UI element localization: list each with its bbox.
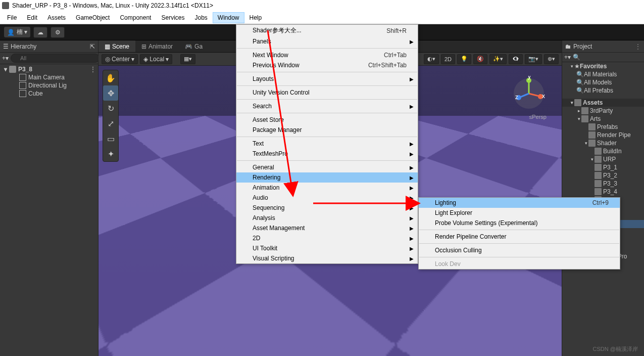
menu-item-label: Package Manager [253, 126, 302, 134]
submenu-item[interactable]: Probe Volume Settings (Experimental) [419, 218, 620, 228]
hierarchy-item[interactable]: Main Camera [0, 73, 98, 81]
cloud-button[interactable]: ☁ [33, 27, 47, 38]
folder-icon [595, 148, 602, 155]
tab-ga[interactable]: 🎮Ga [179, 40, 209, 52]
menu-item[interactable]: General▶ [236, 162, 418, 172]
menu-item[interactable]: Previous WindowCtrl+Shift+Tab [236, 60, 418, 70]
project-menu-icon[interactable]: ⋮ [635, 43, 641, 50]
audio-button[interactable]: 🔇 [473, 54, 487, 64]
menu-assets[interactable]: Assets [42, 12, 71, 23]
settings-button[interactable]: ⚙ [51, 27, 65, 38]
menu-item[interactable]: Layouts▶ [236, 74, 418, 84]
menu-component[interactable]: Component [115, 12, 156, 23]
gizmo-button[interactable]: ⊕▾ [544, 54, 559, 64]
favorites-header[interactable]: ▾★ Favorites [562, 62, 644, 70]
project-item[interactable]: BuildIn [562, 147, 644, 155]
project-item[interactable]: Prefabs [562, 123, 644, 131]
tab-animator[interactable]: ⊞Animator [135, 40, 179, 52]
menu-jobs[interactable]: Jobs [189, 12, 212, 23]
menu-item[interactable]: Search▶ [236, 101, 418, 111]
menu-services[interactable]: Services [156, 12, 189, 23]
account-button[interactable]: 👤 楠 ▾ [4, 27, 30, 37]
menu-item[interactable]: Asset Store [236, 115, 418, 125]
rotate-tool[interactable]: ↻ [103, 101, 118, 116]
submenu-item[interactable]: Render Pipeline Converter [419, 232, 620, 242]
add-button[interactable]: +▾ [564, 54, 571, 61]
menu-item[interactable]: Next WindowCtrl+Tab [236, 50, 418, 60]
space-mode-button[interactable]: ◈Local ▾ [140, 54, 172, 64]
menu-item-label: Animation [253, 184, 279, 191]
project-item[interactable]: P3_4 [562, 188, 644, 196]
menu-item[interactable]: Text▶ [236, 139, 418, 149]
project-tab[interactable]: 🖿 Project ⋮ [562, 40, 644, 53]
menu-item[interactable]: Asset Management▶ [236, 223, 418, 233]
menu-item[interactable]: TextMeshPro▶ [236, 149, 418, 159]
submenu-item[interactable]: Occlusion Culling [419, 245, 620, 255]
titlebar: Shader_URP - P3_8 - Windows, Mac, Linux … [0, 0, 644, 11]
assets-header[interactable]: ▾ Assets [562, 99, 644, 107]
menu-item[interactable]: Sequencing▶ [236, 203, 418, 213]
menu-item-label: Visual Scripting [253, 255, 294, 262]
favorite-item[interactable]: 🔍 All Models [562, 78, 644, 86]
move-tool[interactable]: ✥ [103, 85, 118, 101]
favorite-item[interactable]: 🔍 All Prefabs [562, 86, 644, 95]
draw-mode-button[interactable]: ◐▾ [424, 54, 439, 64]
menu-item[interactable]: UI Toolkit▶ [236, 243, 418, 253]
project-item[interactable]: P3_3 [562, 180, 644, 188]
add-button[interactable]: +▾ [2, 55, 9, 62]
menu-edit[interactable]: Edit [22, 12, 42, 23]
detach-icon[interactable]: ⇱ [90, 43, 95, 50]
submenu-item[interactable]: LightingCtrl+9 [419, 198, 620, 208]
menu-item-label: Rendering [253, 174, 280, 181]
persp-label[interactable]: ≤Persp [529, 114, 547, 120]
menu-item-label: Asset Store [253, 116, 284, 123]
hand-tool[interactable]: ✋ [103, 70, 118, 85]
scene-menu-icon[interactable]: ⋮ [90, 66, 96, 73]
gameobject-icon [19, 74, 26, 81]
rect-tool[interactable]: ▭ [103, 131, 118, 146]
hidden-button[interactable]: 👁‍🗨 [509, 54, 523, 64]
grid-button[interactable]: ▦▾ [180, 54, 195, 64]
scale-tool[interactable]: ⤢ [103, 116, 118, 131]
menu-item[interactable]: Unity Version Control [236, 87, 418, 98]
hierarchy-item[interactable]: Directional Lig [0, 81, 98, 90]
project-item[interactable]: ▸3rdParty [562, 107, 644, 115]
submenu-item[interactable]: Light Explorer [419, 208, 620, 218]
menu-item[interactable]: Shader参考大全...Shift+R [236, 25, 418, 36]
2d-button[interactable]: 2D [441, 54, 455, 64]
menu-item[interactable]: Audio▶ [236, 193, 418, 203]
menu-item[interactable]: Rendering▶ [236, 172, 418, 183]
hierarchy-tab[interactable]: ☰ Hierarchy ⇱ [0, 40, 98, 53]
folder-icon [588, 140, 596, 147]
transform-tool[interactable]: ✦ [103, 146, 118, 161]
tab-scene[interactable]: ▦Scene [98, 40, 135, 52]
project-item[interactable]: ▾URP [562, 155, 644, 163]
project-item[interactable]: P3_1 [562, 163, 644, 171]
orientation-gizmo[interactable]: x y z [511, 76, 547, 111]
menu-file[interactable]: File [2, 12, 22, 23]
folder-icon [595, 172, 602, 179]
menu-item[interactable]: Panels▶ [236, 36, 418, 47]
menu-item[interactable]: Package Manager [236, 125, 418, 135]
project-item[interactable]: Render Pipe [562, 131, 644, 139]
fx-button[interactable]: ✨▾ [489, 54, 507, 64]
light-button[interactable]: 💡 [457, 54, 471, 64]
menu-item[interactable]: Visual Scripting▶ [236, 253, 418, 263]
hierarchy-search-input[interactable] [11, 54, 100, 63]
hierarchy-item[interactable]: Cube [0, 90, 98, 98]
menu-help[interactable]: Help [244, 12, 267, 23]
hierarchy-root[interactable]: ▾ P3_8 ⋮ [0, 65, 98, 73]
favorite-label: All Materials [584, 71, 617, 78]
project-item[interactable]: ▾Shader [562, 139, 644, 147]
favorite-item[interactable]: 🔍 All Materials [562, 70, 644, 78]
pivot-mode-button[interactable]: ◎Center ▾ [102, 54, 138, 64]
account-label: 楠 ▾ [17, 28, 27, 36]
menu-gameobject[interactable]: GameObject [71, 12, 115, 23]
project-item[interactable]: P3_2 [562, 171, 644, 180]
camera-button[interactable]: 📷▾ [525, 54, 542, 64]
menu-item[interactable]: 2D▶ [236, 233, 418, 243]
menu-item[interactable]: Analysis▶ [236, 213, 418, 223]
menu-window[interactable]: Window [213, 12, 244, 23]
menu-item[interactable]: Animation▶ [236, 183, 418, 193]
project-item[interactable]: ▾Arts [562, 115, 644, 123]
